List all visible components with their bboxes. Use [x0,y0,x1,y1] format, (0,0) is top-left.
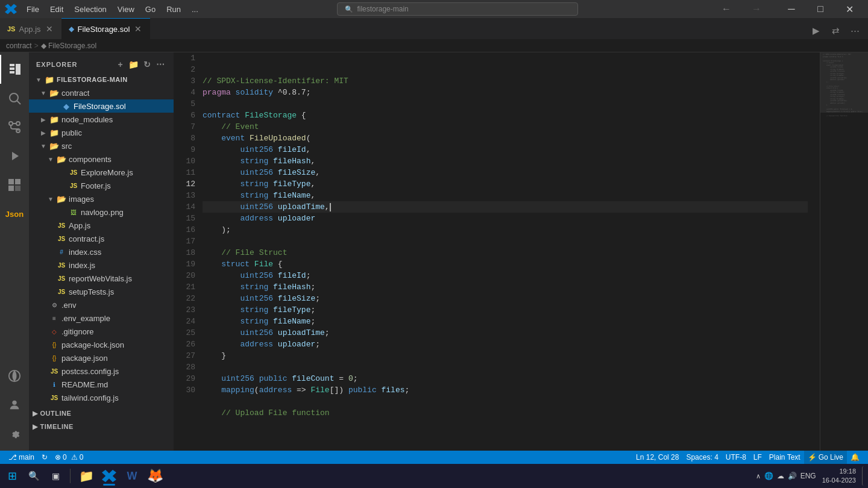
tree-readme[interactable]: ℹ README.md [29,378,174,391]
refresh-explorer-button[interactable]: ↻ [141,58,153,70]
tree-app-js[interactable]: JS App.js [29,219,174,232]
taskbar-search-button[interactable]: 🔍 [24,466,43,486]
tree-contract[interactable]: ▼ 📂 contract [29,86,174,99]
lang-indicator[interactable]: ENG [800,472,816,480]
code-area[interactable]: 1234567891011121314151617181920212223242… [174,52,820,451]
status-sync[interactable]: ↻ [38,451,51,464]
readme-label: README.md [61,380,108,389]
collapse-folders-button[interactable]: ⋯ [154,58,166,70]
task-view-button[interactable]: ▣ [46,466,65,486]
status-branch[interactable]: ⎇ main [5,451,38,464]
tree-root[interactable]: ▼ 📁 FILESTORAGE-MAIN [29,73,174,86]
tray-cloud[interactable]: ☁ [777,472,784,480]
tree-src[interactable]: ▼ 📂 src [29,139,174,152]
tab-filestorage-sol[interactable]: ◆ FileStorage.sol ✕ [61,18,151,39]
menu-more[interactable]: ... [187,4,203,15]
taskbar-firefox[interactable]: 🦊 [144,465,166,487]
footer-label: Footer.js [81,181,111,190]
tree-images[interactable]: ▼ 📂 images [29,192,174,205]
tree-filestorage-sol[interactable]: ◆ FileStorage.sol [29,99,174,113]
menu-selection[interactable]: Selection [69,4,111,15]
status-spaces[interactable]: Spaces: 4 [682,451,722,464]
menu-run[interactable]: Run [162,4,186,15]
minimize-button[interactable]: ─ [778,0,805,18]
status-notifications-icon[interactable]: 🔔 [847,451,863,464]
menu-go[interactable]: Go [140,4,160,15]
new-file-button[interactable]: + [115,58,127,70]
tab-app-js[interactable]: JS App.js ✕ [0,18,61,39]
nav-forward-button[interactable]: → [743,0,770,18]
maximize-button[interactable]: □ [807,0,834,18]
go-live-label: Go Live [819,453,843,461]
start-button[interactable]: ⊞ [2,466,22,486]
components-expand-icon: ▼ [46,154,55,164]
status-cursor[interactable]: Ln 12, Col 28 [632,451,682,464]
tree-navlogo[interactable]: 🖼 navlogo.png [29,205,174,219]
run-code-button[interactable]: ▶ [808,22,825,39]
tree-package-json[interactable]: {} package.json [29,351,174,364]
tree-exploremore[interactable]: JS ExploreMore.js [29,166,174,179]
activity-accounts[interactable] [0,390,29,419]
activity-explorer[interactable] [0,55,29,84]
close-button[interactable]: ✕ [835,0,863,18]
activity-remote[interactable] [0,361,29,390]
tree-footer[interactable]: JS Footer.js [29,179,174,192]
timeline-section[interactable]: ▶ TIMELINE [29,420,174,433]
menu-view[interactable]: View [113,4,139,15]
code-line-25: } [203,350,808,361]
status-errors[interactable]: ⊗ 0 ⚠ 0 [51,451,87,464]
tree-contract-js[interactable]: JS contract.js [29,232,174,245]
outline-section[interactable]: ▶ OUTLINE [29,407,174,420]
status-eol[interactable]: LF [750,451,766,464]
taskbar-vscode[interactable] [98,465,120,487]
tailwind-icon: JS [49,393,59,402]
contract-expand-icon: ▼ [39,88,48,98]
tree-postcss[interactable]: JS postcss.config.js [29,364,174,378]
setuptests-label: setupTests.js [69,287,114,296]
tree-setuptests[interactable]: JS setupTests.js [29,285,174,298]
tree-package-lock-json[interactable]: {} package-lock.json [29,338,174,351]
tree-tailwind[interactable]: JS tailwind.config.js [29,391,174,404]
breadcrumb-file[interactable]: ◆ FileStorage.sol [41,42,96,50]
search-box[interactable]: 🔍 filestorage-main [337,2,578,16]
more-actions-button[interactable]: ⋯ [846,22,863,39]
show-desktop-button[interactable] [862,466,866,486]
activity-search[interactable] [0,84,29,113]
menu-edit[interactable]: Edit [45,4,68,15]
activity-settings[interactable] [0,419,29,448]
app-js-label: App.js [69,221,90,230]
menu-file[interactable]: File [22,4,44,15]
new-folder-button[interactable]: 📁 [128,58,140,70]
activity-source-control[interactable] [0,113,29,142]
tree-index-js[interactable]: JS index.js [29,258,174,272]
tree-env-example[interactable]: ≡ .env_example [29,311,174,325]
editor[interactable]: 1234567891011121314151617181920212223242… [174,52,820,451]
activity-run-debug[interactable] [0,142,29,170]
taskbar-word[interactable]: W [121,465,143,487]
tab-close-app-js[interactable]: ✕ [45,24,54,34]
status-language[interactable]: Plain Text [766,451,804,464]
tree-index-css[interactable]: # index.css [29,245,174,258]
nav-back-button[interactable]: ← [712,0,740,18]
activity-json[interactable]: Json [0,199,29,228]
taskbar-time[interactable]: 19:18 16-04-2023 [822,467,860,486]
status-go-live[interactable]: ⚡ Go Live [804,451,847,464]
taskbar-file-explorer[interactable]: 📁 [75,465,97,487]
status-encoding[interactable]: UTF-8 [722,451,750,464]
index-css-icon: # [57,247,66,257]
split-editor-button[interactable]: ⇄ [827,22,844,39]
tab-close-filestorage-sol[interactable]: ✕ [133,24,143,34]
network-icon[interactable]: 🌐 [764,472,773,480]
tab-bar: JS App.js ✕ ◆ FileStorage.sol ✕ ▶ ⇄ ⋯ [0,18,868,39]
code-content[interactable]: // SPDX-License-Identifier: MITpragma so… [203,52,820,451]
breadcrumb-contract[interactable]: contract [6,42,32,50]
sound-icon[interactable]: 🔊 [788,472,797,480]
tree-components[interactable]: ▼ 📂 components [29,152,174,166]
activity-extensions[interactable] [0,170,29,199]
tree-node-modules[interactable]: ▶ 📁 node_modules [29,113,174,126]
tray-up-arrow[interactable]: ∧ [756,472,761,480]
tree-gitignore[interactable]: ◇ .gitignore [29,325,174,338]
tree-env[interactable]: ⚙ .env [29,298,174,311]
tree-public[interactable]: ▶ 📁 public [29,126,174,139]
tree-reportwebvitals[interactable]: JS reportWebVitals.js [29,272,174,285]
